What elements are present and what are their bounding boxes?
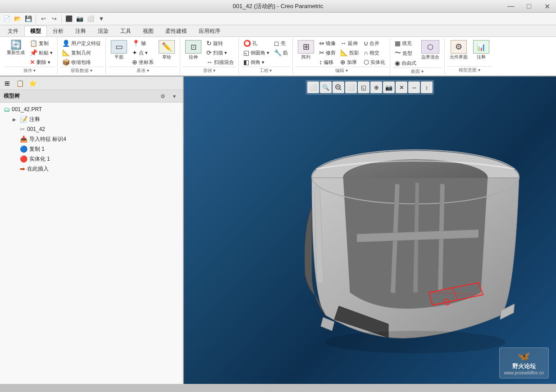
- project-button[interactable]: 📐 投影: [338, 48, 361, 57]
- merge-button[interactable]: ∪ 合并: [362, 39, 387, 48]
- intersect-button[interactable]: ∩ 相交: [362, 48, 387, 57]
- vp-h-button[interactable]: ↔: [408, 81, 420, 93]
- pattern-icon: ⊞: [298, 40, 314, 54]
- vp-zoom-out-button[interactable]: [333, 81, 344, 93]
- tree-item-solidify1-label: 实体化 1: [29, 155, 50, 163]
- user-defined-label: 用户定义特征: [71, 40, 101, 47]
- vp-window-button[interactable]: ⬜: [345, 81, 357, 93]
- open-button[interactable]: 📂: [13, 14, 23, 24]
- vp-zoom-in-button[interactable]: 🔍: [320, 81, 332, 93]
- operations-content: 🔄 重新生成 📋 复制 📌 粘贴 ▾ ✕ 删除 ▾: [5, 39, 55, 67]
- style-button[interactable]: 〜 造型: [393, 48, 418, 58]
- csys-button[interactable]: ⊕ 坐标系: [130, 58, 155, 67]
- shapes-group-label: 形状 ▾: [183, 67, 236, 74]
- expand-arrow: ▶: [13, 117, 18, 122]
- regenerate-large-button[interactable]: 🔄 重新生成: [5, 39, 27, 57]
- shell-button[interactable]: ◻ 壳: [272, 39, 290, 48]
- view-button[interactable]: ⬜: [86, 14, 96, 24]
- tree-item-001-42[interactable]: ▶ ✂ 001_42: [0, 124, 183, 134]
- extrude-button[interactable]: ⊡ 拉伸: [183, 39, 204, 62]
- favorite-button[interactable]: ⭐: [27, 78, 38, 89]
- vp-v-button[interactable]: ↕: [421, 81, 433, 93]
- undo-button[interactable]: ↩: [38, 14, 48, 24]
- tab-model[interactable]: 模型: [24, 26, 47, 36]
- fill-button[interactable]: ▦ 填充: [393, 39, 418, 48]
- save-button[interactable]: 💾: [23, 14, 33, 24]
- sweep-button[interactable]: ⟳ 扫描 ▾: [205, 48, 236, 57]
- model-tree-header: 模型树 ⚙ ▾: [0, 90, 183, 103]
- mirror-button[interactable]: ⇔ 镜像: [317, 39, 337, 48]
- copy-button[interactable]: 📋 复制: [28, 39, 55, 48]
- tree-item-import[interactable]: ▶ 📥 导入特征 标识4: [0, 134, 183, 144]
- maximize-button[interactable]: □: [520, 0, 538, 13]
- project-icon: 📐: [340, 49, 348, 56]
- revolve-button[interactable]: ↻ 旋转: [205, 39, 236, 48]
- user-defined-feature-button[interactable]: 👤 用户定义特征: [60, 39, 103, 48]
- sketch-button[interactable]: ✏️ 草绘: [156, 39, 177, 62]
- solidify-button[interactable]: ⬡ 实体化: [362, 58, 387, 67]
- tree-options-button[interactable]: ▾: [169, 91, 179, 101]
- trim-button[interactable]: ✂ 修剪: [317, 48, 337, 57]
- vp-fit-button[interactable]: ⬜: [307, 81, 319, 93]
- vp-repaint-button[interactable]: ◱: [358, 81, 369, 93]
- tree-item-insert-here[interactable]: ▶ ➡ 在此插入: [0, 164, 183, 174]
- layer-button[interactable]: 📋: [14, 78, 25, 89]
- tree-settings-button[interactable]: ⚙: [158, 91, 168, 101]
- tree-item-copy1[interactable]: ▶ 🔵 复制 1: [0, 144, 183, 154]
- tab-applications[interactable]: 应用程序: [193, 26, 226, 36]
- shrinkwrap-label: 收缩包络: [71, 59, 91, 66]
- shrinkwrap-button[interactable]: 📦 收缩包络: [60, 58, 103, 67]
- vp-saved-views-button[interactable]: 📷: [383, 81, 395, 93]
- paste-button[interactable]: 📌 粘贴 ▾: [28, 48, 55, 57]
- tab-render[interactable]: 渲染: [92, 26, 114, 36]
- vp-orient-button[interactable]: ⊕: [370, 81, 382, 93]
- boundary-blend-button[interactable]: ⬡ 边界混合: [419, 39, 442, 62]
- new-button[interactable]: 📄: [2, 14, 12, 24]
- tree-item-solidify1[interactable]: ▶ 🔴 实体化 1: [0, 154, 183, 164]
- tab-view[interactable]: 视图: [137, 26, 160, 36]
- get-data-col: 👤 用户定义特征 📐 复制几何 📦 收缩包络: [60, 39, 103, 67]
- regenerate-button[interactable]: ⬛: [64, 14, 74, 24]
- freestyle-button[interactable]: ◉ 自由式: [393, 59, 418, 68]
- pattern-button[interactable]: ⊞ 阵列: [296, 39, 316, 62]
- tree-item-insert-here-label: 在此插入: [27, 165, 49, 173]
- tab-file[interactable]: 文件: [2, 26, 24, 36]
- copy-tree-icon: 🔵: [20, 145, 27, 153]
- blend-sweep-icon: ↔: [206, 59, 213, 66]
- vp-x-button[interactable]: ✕: [396, 81, 407, 93]
- close-button[interactable]: ✕: [538, 0, 556, 13]
- tree-grid-button[interactable]: ⊞: [2, 78, 13, 89]
- hole-button[interactable]: ⭕ 孔: [242, 39, 271, 48]
- plane-button[interactable]: ▭ 平面: [109, 39, 129, 62]
- axis-button[interactable]: 📍 轴: [130, 39, 155, 48]
- annotation-feature-button[interactable]: 📊 注释: [471, 39, 492, 62]
- viewport[interactable]: ⬜ 🔍 ⬜ ◱ ⊕ 📷 ✕ ↔ ↕: [184, 77, 556, 384]
- thicken-button[interactable]: ⊕ 加厚: [338, 58, 361, 67]
- extend-button[interactable]: ↔ 延伸: [338, 39, 361, 48]
- copy-geometry-button[interactable]: 📐 复制几何: [60, 48, 103, 57]
- get-data-content: 👤 用户定义特征 📐 复制几何 📦 收缩包络: [60, 39, 103, 67]
- tab-tools[interactable]: 工具: [114, 26, 137, 36]
- import-icon: 📥: [20, 135, 27, 143]
- tab-flexible-modeling[interactable]: 柔性建模: [160, 26, 193, 36]
- csys-icon: ⊕: [132, 59, 137, 66]
- capture-button[interactable]: 📷: [75, 14, 85, 24]
- component-interface-button[interactable]: ⚙ 元件界面: [447, 39, 470, 62]
- revolve-icon: ↻: [206, 40, 212, 47]
- tab-analysis[interactable]: 分析: [47, 26, 69, 36]
- tab-annotations[interactable]: 注释: [69, 26, 92, 36]
- delete-button[interactable]: ✕ 删除 ▾: [28, 58, 55, 67]
- rib-button[interactable]: 🔧 筋: [272, 48, 290, 57]
- chamfer-button[interactable]: ◧ 倒角 ▾: [242, 58, 271, 67]
- point-button[interactable]: ✦ 点 ▾: [130, 48, 155, 57]
- dropdown-arrow[interactable]: ▼: [96, 14, 106, 24]
- point-label: 点 ▾: [139, 50, 148, 56]
- tree-item-root[interactable]: 🗂 001_42.PRT: [0, 104, 183, 114]
- tree-item-annotations[interactable]: ▶ 📝 注释: [0, 114, 183, 124]
- offset-button[interactable]: ↕ 偏移: [317, 58, 337, 67]
- 3d-model: [235, 117, 542, 369]
- round-button[interactable]: ◱ 倒圆角 ▾: [242, 48, 271, 57]
- redo-button[interactable]: ↪: [49, 14, 59, 24]
- blend-sweep-button[interactable]: ↔ 扫描混合: [205, 58, 236, 67]
- minimize-button[interactable]: —: [502, 0, 520, 13]
